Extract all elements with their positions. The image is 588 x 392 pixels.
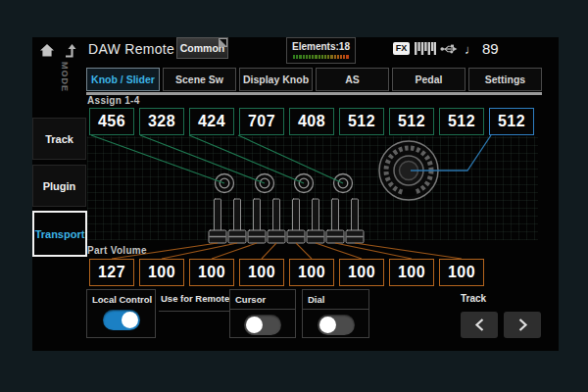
use-for-remote-divider: [159, 311, 229, 312]
track-next-button[interactable]: [504, 312, 541, 338]
device-bezel: DAW Remote Common Elements:18 FX ♩89: [0, 0, 588, 392]
daw-remote-screen: DAW Remote Common Elements:18 FX ♩89: [32, 37, 559, 351]
part-volume-section-label: Part Volume: [87, 245, 147, 256]
part-volume-2[interactable]: 100: [139, 259, 184, 286]
toggle-knob: [319, 317, 336, 333]
local-control-panel: Local Control: [86, 289, 156, 338]
use-for-remote-label: Use for Remote: [161, 293, 229, 304]
part-volume-4[interactable]: 100: [239, 259, 284, 286]
dial-label: Dial: [303, 290, 368, 305]
chevron-right-icon: [517, 318, 528, 332]
cursor-toggle[interactable]: [244, 315, 281, 335]
part-volume-1[interactable]: 127: [89, 259, 134, 286]
cursor-panel: Cursor: [229, 289, 296, 338]
track-nav-label: Track: [461, 293, 486, 304]
part-volume-6[interactable]: 100: [339, 259, 384, 286]
part-volume-8[interactable]: 100: [439, 259, 484, 286]
toggle-knob: [122, 312, 138, 328]
part-volume-5[interactable]: 100: [289, 259, 334, 286]
cursor-label: Cursor: [230, 290, 295, 305]
part-volume-7[interactable]: 100: [389, 259, 434, 286]
dial-toggle[interactable]: [318, 315, 355, 335]
local-control-label: Local Control: [87, 290, 155, 305]
track-previous-button[interactable]: [461, 312, 498, 338]
part-volume-3[interactable]: 100: [189, 259, 234, 286]
dial-panel: Dial: [302, 289, 369, 338]
chevron-left-icon: [474, 318, 485, 332]
slider-mapping-lines: [112, 243, 462, 259]
toggle-knob: [246, 317, 263, 333]
local-control-toggle[interactable]: [103, 310, 140, 330]
assign-knobs[interactable]: [216, 174, 353, 193]
fader-sliders[interactable]: [209, 199, 364, 243]
